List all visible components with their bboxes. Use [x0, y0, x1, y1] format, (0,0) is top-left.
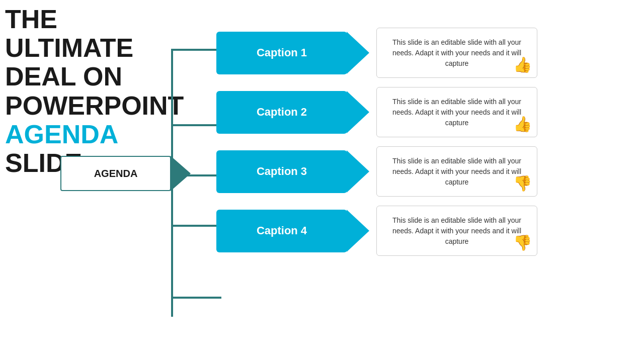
caption-arrow-4: [347, 210, 369, 252]
thumbs-up-icon-2: 👍: [513, 115, 532, 133]
title-area: THE ULTIMATE DEAL ON POWERPOINT AGENDA S…: [5, 5, 191, 177]
caption-desc-box-2: This slide is an editable slide with all…: [376, 87, 537, 137]
caption-4-label: Caption 4: [257, 224, 307, 237]
captions-area: Caption 1 This slide is an editable slid…: [216, 28, 634, 265]
thumbs-up-icon-1: 👍: [513, 56, 532, 73]
horiz-connector-3: [171, 225, 221, 227]
title-agenda-word: AGENDA: [5, 120, 117, 149]
caption-box-4: Caption 4: [216, 210, 347, 252]
caption-arrow-2: [347, 91, 369, 133]
caption-row-3: Caption 3 This slide is an editable slid…: [216, 146, 634, 197]
caption-arrow-1: [347, 32, 369, 74]
thumbs-down-icon-3: 👎: [513, 174, 532, 192]
title-line1: THE ULTIMATE: [5, 5, 133, 62]
horiz-connector-1: [171, 49, 221, 51]
title-line2: DEAL ON: [5, 62, 122, 91]
caption-row-1: Caption 1 This slide is an editable slid…: [216, 28, 634, 78]
caption-desc-box-4: This slide is an editable slide with all…: [376, 206, 537, 256]
caption-row-2: Caption 2 This slide is an editable slid…: [216, 87, 634, 137]
caption-btn-4[interactable]: Caption 4: [216, 210, 369, 252]
horiz-connector-2: [171, 124, 221, 126]
caption-btn-2[interactable]: Caption 2: [216, 91, 369, 134]
caption-desc-text-3: This slide is an editable slide with all…: [384, 156, 530, 188]
caption-box-2: Caption 2: [216, 91, 347, 134]
caption-box-3: Caption 3: [216, 150, 347, 193]
caption-1-label: Caption 1: [257, 46, 307, 59]
caption-desc-box-1: This slide is an editable slide with all…: [376, 28, 537, 78]
agenda-box-container: AGENDA: [60, 156, 191, 191]
caption-3-label: Caption 3: [257, 165, 307, 178]
horiz-connector-4: [171, 297, 221, 299]
thumbs-down-icon-4: 👎: [513, 234, 532, 251]
caption-btn-3[interactable]: Caption 3: [216, 150, 369, 193]
caption-desc-box-3: This slide is an editable slide with all…: [376, 146, 537, 197]
title-text: THE ULTIMATE DEAL ON POWERPOINT AGENDA S…: [5, 5, 191, 177]
caption-2-label: Caption 2: [257, 106, 307, 119]
caption-row-4: Caption 4 This slide is an editable slid…: [216, 206, 634, 256]
caption-desc-text-2: This slide is an editable slide with all…: [384, 97, 530, 128]
caption-btn-1[interactable]: Caption 1: [216, 32, 369, 74]
caption-box-1: Caption 1: [216, 32, 347, 74]
caption-desc-text-4: This slide is an editable slide with all…: [384, 215, 530, 247]
agenda-arrow-icon: [171, 156, 191, 191]
caption-arrow-3: [347, 150, 369, 193]
title-line3: POWERPOINT: [5, 91, 184, 120]
agenda-label: AGENDA: [94, 168, 138, 179]
caption-desc-text-1: This slide is an editable slide with all…: [384, 37, 530, 69]
agenda-box: AGENDA: [60, 156, 171, 191]
